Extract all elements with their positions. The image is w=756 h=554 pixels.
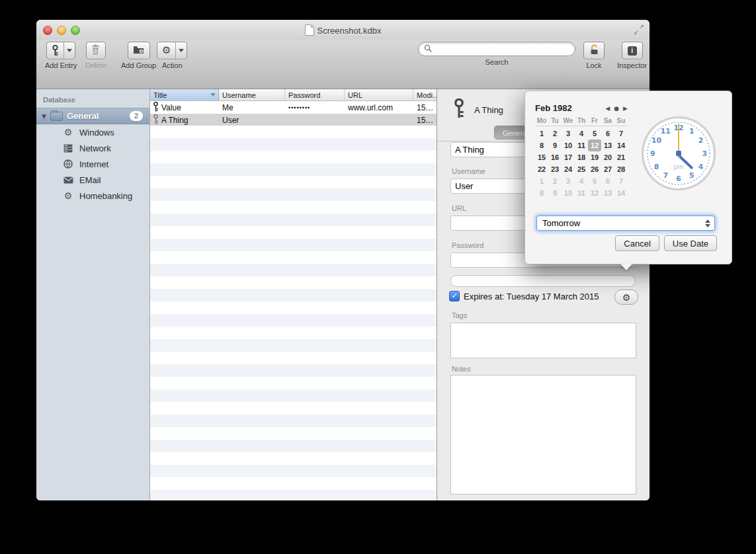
calendar-day[interactable]: 20 xyxy=(601,151,614,163)
clock-numeral: 10 xyxy=(651,136,661,145)
title-bar[interactable]: Screenshot.kdbx ↗↙ xyxy=(36,20,650,40)
sidebar-item-label: Internet xyxy=(79,159,108,169)
sidebar-item-windows[interactable]: ⚙ Windows xyxy=(36,124,149,140)
table-header: Title Username Password URL Modi… xyxy=(150,89,437,101)
calendar-day[interactable]: 11 xyxy=(575,187,588,199)
calendar-day[interactable]: 9 xyxy=(548,187,562,199)
expires-row: ✓ Expires at: Tuesday 17 March 2015 xyxy=(449,291,599,301)
calendar-day[interactable]: 21 xyxy=(614,151,628,163)
calendar-day[interactable]: 2 xyxy=(548,175,562,187)
calendar-day[interactable]: 10 xyxy=(562,187,575,199)
calendar-day[interactable]: 11 xyxy=(575,139,588,151)
action-button[interactable]: ⚙ xyxy=(157,42,187,59)
calendar-day[interactable]: 5 xyxy=(588,128,601,139)
clock-numeral: 5 xyxy=(689,171,694,180)
calendar-day[interactable]: 22 xyxy=(535,163,548,175)
sidebar-group-label: General xyxy=(67,111,99,121)
column-header-url[interactable]: URL xyxy=(345,89,413,100)
inspector-toolbar-item: i Inspector xyxy=(617,42,647,69)
today-button[interactable]: ● xyxy=(614,105,619,112)
calendar-day[interactable]: 8 xyxy=(535,187,548,199)
calendar-day[interactable]: 27 xyxy=(601,163,614,175)
calendar-day[interactable]: 26 xyxy=(588,163,601,175)
search-input[interactable] xyxy=(435,44,564,54)
document-icon xyxy=(305,24,314,36)
lock-icon xyxy=(589,44,599,58)
next-month-button[interactable]: ▶ xyxy=(623,105,628,112)
calendar-day[interactable]: 12 xyxy=(588,187,601,199)
calendar-day[interactable]: 17 xyxy=(562,151,575,163)
calendar-day[interactable]: 9 xyxy=(548,139,562,151)
password-label: Password xyxy=(452,241,483,249)
info-icon: i xyxy=(628,46,637,56)
add-group-button[interactable] xyxy=(128,42,150,59)
column-header-title[interactable]: Title xyxy=(150,89,219,100)
calendar-day[interactable]: 19 xyxy=(588,151,601,163)
key-icon xyxy=(153,102,159,114)
calendar-day[interactable]: 5 xyxy=(588,175,601,187)
sidebar-item-network[interactable]: Network xyxy=(36,140,149,156)
delete-button[interactable] xyxy=(86,42,106,59)
calendar-day[interactable]: 1 xyxy=(535,175,548,187)
calendar-day[interactable]: 4 xyxy=(575,128,588,139)
calendar-day[interactable]: 24 xyxy=(562,163,575,175)
table-row[interactable]: Value Me •••••••• www.url.com 15… xyxy=(150,101,437,114)
prev-month-button[interactable]: ◀ xyxy=(605,105,610,112)
chevron-down-icon[interactable] xyxy=(175,42,187,59)
calendar-day[interactable]: 6 xyxy=(601,128,614,139)
calendar-day[interactable]: 14 xyxy=(614,139,628,151)
clock-numeral: 7 xyxy=(663,171,669,180)
disclosure-triangle-icon[interactable]: ▼ xyxy=(42,113,46,120)
add-group-label: Add Group xyxy=(121,61,156,69)
search-label: Search xyxy=(418,58,575,66)
search-field[interactable] xyxy=(418,42,575,56)
calendar-day[interactable]: 23 xyxy=(548,163,562,175)
calendar-day[interactable]: 15 xyxy=(535,151,548,163)
sidebar-item-internet[interactable]: Internet xyxy=(36,156,149,172)
calendar-day[interactable]: 1 xyxy=(535,128,548,139)
password-repeat-field[interactable] xyxy=(450,275,636,287)
calendar-day[interactable]: 3 xyxy=(562,128,575,139)
entry-count-badge: 2 xyxy=(130,111,143,121)
add-entry-label: Add Entry xyxy=(45,61,77,69)
calendar-day[interactable]: 13 xyxy=(601,139,614,151)
gear-icon: ⚙ xyxy=(63,190,73,201)
expires-options-button[interactable]: ⚙ xyxy=(614,290,638,305)
tags-field[interactable] xyxy=(450,323,636,358)
expires-checkbox[interactable]: ✓ xyxy=(449,291,460,301)
clock-numeral: 8 xyxy=(654,163,659,171)
fullscreen-icon[interactable]: ↗↙ xyxy=(633,24,645,36)
calendar-day[interactable]: 28 xyxy=(614,163,628,175)
notes-field[interactable] xyxy=(450,375,636,495)
column-header-password[interactable]: Password xyxy=(285,89,345,100)
calendar-day[interactable]: 12 xyxy=(588,139,601,151)
column-header-username[interactable]: Username xyxy=(219,89,285,100)
sidebar-item-email[interactable]: EMail xyxy=(36,172,149,188)
chevron-down-icon[interactable] xyxy=(63,42,75,59)
sidebar-item-homebanking[interactable]: ⚙ Homebanking xyxy=(36,188,149,204)
calendar-day[interactable]: 4 xyxy=(575,175,588,187)
table-row-selected[interactable]: A Thing User 15… xyxy=(150,114,437,126)
inspector-button[interactable]: i xyxy=(622,42,643,59)
column-header-modified[interactable]: Modi… xyxy=(413,89,437,100)
calendar-day[interactable]: 18 xyxy=(575,151,588,163)
calendar-day[interactable]: 8 xyxy=(535,139,548,151)
add-entry-button[interactable] xyxy=(46,42,75,59)
cancel-button[interactable]: Cancel xyxy=(615,235,659,251)
calendar-day[interactable]: 2 xyxy=(548,128,562,139)
calendar-day[interactable]: 7 xyxy=(614,128,628,139)
calendar-grid: 1234567891011121314151617181920212223242… xyxy=(535,128,628,199)
calendar-day[interactable]: 10 xyxy=(562,139,575,151)
sidebar-group-general[interactable]: ▼ General 2 xyxy=(36,108,149,124)
calendar-day[interactable]: 13 xyxy=(601,187,614,199)
calendar-day[interactable]: 6 xyxy=(601,175,614,187)
lock-toolbar-item: Lock xyxy=(583,42,605,69)
calendar-day[interactable]: 14 xyxy=(614,187,628,199)
lock-button[interactable] xyxy=(583,42,605,59)
calendar-day[interactable]: 16 xyxy=(548,151,562,163)
calendar-day[interactable]: 3 xyxy=(562,175,575,187)
calendar-day[interactable]: 25 xyxy=(575,163,588,175)
calendar-day[interactable]: 7 xyxy=(614,175,628,187)
date-preset-select[interactable]: Tomorrow xyxy=(536,216,715,231)
use-date-button[interactable]: Use Date xyxy=(664,235,717,251)
